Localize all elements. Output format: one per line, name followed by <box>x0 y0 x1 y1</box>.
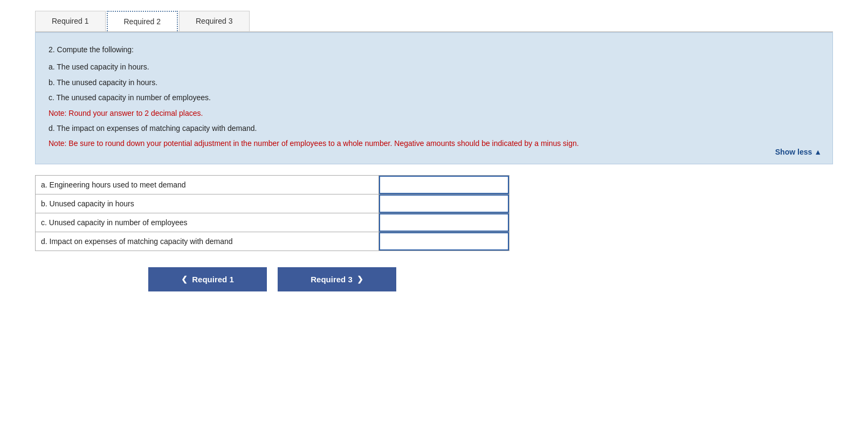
row-c-input-cell <box>379 213 509 232</box>
row-c-input[interactable] <box>379 213 509 232</box>
row-d-input-cell <box>379 232 509 251</box>
show-less-button[interactable]: Show less <box>775 148 822 156</box>
data-table: a. Engineering hours used to meet demand… <box>35 175 509 251</box>
tab-required2[interactable]: Required 2 <box>107 11 178 31</box>
table-row: b. Unused capacity in hours <box>36 194 509 213</box>
row-d-label: d. Impact on expenses of matching capaci… <box>36 232 379 251</box>
row-d-input[interactable] <box>379 232 509 251</box>
info-item-c: c. The unused capacity in number of empl… <box>49 92 819 103</box>
info-item-b: b. The unused capacity in hours. <box>49 77 819 88</box>
page-container: Required 1 Required 2 Required 3 2. Comp… <box>13 0 855 302</box>
table-row: a. Engineering hours used to meet demand <box>36 175 509 194</box>
prev-button[interactable]: Required 1 <box>148 267 267 291</box>
nav-buttons: Required 1 Required 3 <box>35 267 509 291</box>
info-note1: Note: Round your answer to 2 decimal pla… <box>49 107 819 119</box>
info-box: 2. Compute the following: a. The used ca… <box>35 32 833 164</box>
row-a-input[interactable] <box>379 176 509 194</box>
info-item-d: d. The impact on expenses of matching ca… <box>49 122 819 134</box>
info-item-a: a. The used capacity in hours. <box>49 61 819 73</box>
row-b-label: b. Unused capacity in hours <box>36 194 379 213</box>
info-heading: 2. Compute the following: <box>49 44 819 55</box>
row-a-input-cell <box>379 175 509 194</box>
tabs-container: Required 1 Required 2 Required 3 <box>35 11 833 32</box>
table-row: c. Unused capacity in number of employee… <box>36 213 509 232</box>
table-row: d. Impact on expenses of matching capaci… <box>36 232 509 251</box>
info-note2: Note: Be sure to round down your potenti… <box>49 137 819 149</box>
row-c-label: c. Unused capacity in number of employee… <box>36 213 379 232</box>
tab-required1[interactable]: Required 1 <box>35 11 106 31</box>
row-b-input[interactable] <box>379 194 509 213</box>
next-button[interactable]: Required 3 <box>278 267 396 291</box>
row-b-input-cell <box>379 194 509 213</box>
row-a-label: a. Engineering hours used to meet demand <box>36 175 379 194</box>
tab-required3[interactable]: Required 3 <box>179 11 250 31</box>
